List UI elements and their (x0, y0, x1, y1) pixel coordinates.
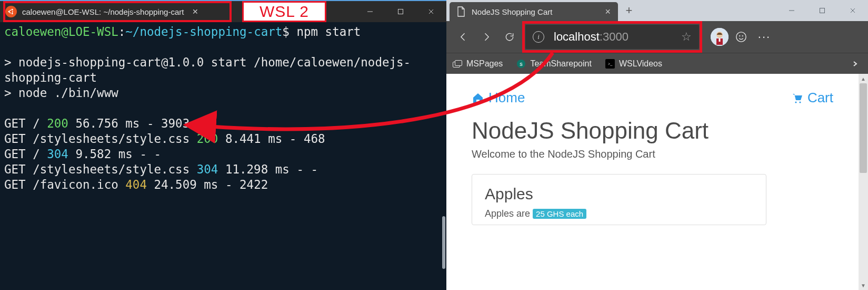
refresh-button[interactable] (498, 25, 521, 49)
log-row: GET /favicon.ico 404 24.509 ms - 2422 (4, 178, 268, 191)
close-button[interactable] (837, 0, 868, 21)
profile-avatar[interactable] (711, 28, 729, 46)
terminal-window-buttons (355, 1, 446, 22)
log-row: GET /stylesheets/style.css 304 11.298 ms… (4, 162, 318, 176)
cart-icon (791, 92, 803, 104)
svg-rect-14 (719, 38, 721, 42)
term-line-pkg: > nodejs-shopping-cart@1.0.0 start /home… (4, 55, 411, 84)
browser-window-buttons (776, 0, 868, 21)
nav-home-label: Home (488, 90, 525, 106)
svg-text:s: s (520, 61, 523, 67)
page-icon (457, 6, 465, 17)
nav-cart-link[interactable]: Cart (791, 90, 833, 106)
prompt-user: caloewen@LOE-WSL (4, 25, 118, 38)
prompt-sep: : (118, 25, 126, 38)
close-button[interactable] (416, 1, 446, 22)
svg-point-23 (799, 101, 801, 103)
terminal-tab[interactable]: caloewen@LOE-WSL: ~/nodejs-shopping-cart… (0, 1, 205, 22)
terminal-titlebar: caloewen@LOE-WSL: ~/nodejs-shopping-cart… (0, 1, 446, 22)
page-title: NodeJS Shopping Cart (472, 118, 833, 144)
bookmarks-overflow-icon[interactable] (848, 57, 862, 71)
log-row: GET / 200 56.756 ms - 3903 (4, 117, 189, 130)
browser-viewport: Home Cart NodeJS Shopping Cart Welcome t… (446, 74, 868, 290)
ubuntu-icon (5, 6, 17, 17)
sharepoint-icon: s (516, 59, 526, 69)
terminal-tab-title: caloewen@LOE-WSL: ~/nodejs-shopping-cart (22, 7, 184, 16)
log-row: GET / 304 9.582 ms - - (4, 147, 161, 161)
page-subtitle: Welcome to the NodeJS Shopping Cart (472, 148, 833, 160)
tab-close-icon[interactable]: × (605, 7, 611, 16)
annotation-wsl-label: WSL 2 (242, 1, 326, 22)
annotation-wsl-text: WSL 2 (260, 3, 309, 21)
favorite-icon[interactable]: ☆ (681, 30, 692, 44)
home-icon (472, 92, 484, 104)
product-desc-text: Apples are (485, 208, 533, 219)
url-bar[interactable]: i localhost:3000 ☆ (525, 25, 699, 49)
browser-tab-title: NodeJS Shopping Cart (472, 7, 601, 16)
browser-window: NodeJS Shopping Cart × + i localhost:300… (446, 0, 868, 290)
bookmark-label: WSLVideos (619, 59, 662, 69)
url-host: localhost (554, 30, 600, 44)
url-port: :3000 (600, 30, 628, 44)
back-button[interactable] (452, 25, 475, 49)
folder-icon (453, 59, 462, 69)
svg-point-22 (795, 101, 796, 103)
site-info-icon[interactable]: i (533, 31, 544, 43)
terminal-window: caloewen@LOE-WSL: ~/nodejs-shopping-cart… (0, 0, 446, 290)
browser-tab[interactable]: NodeJS Shopping Cart × (450, 2, 618, 21)
svg-point-1 (12, 9, 13, 11)
more-menu-icon[interactable]: ··· (754, 26, 775, 47)
svg-rect-8 (820, 8, 825, 13)
product-title: Apples (485, 185, 753, 203)
minimize-button[interactable] (355, 1, 385, 22)
prompt-command: npm start (296, 25, 361, 38)
svg-point-17 (742, 36, 743, 36)
url-bar-wrap: i localhost:3000 ☆ (525, 25, 699, 49)
new-tab-button[interactable]: + (620, 3, 638, 18)
svg-text:>_: >_ (608, 62, 613, 66)
maximize-button[interactable] (385, 1, 416, 22)
nav-home-link[interactable]: Home (472, 90, 525, 106)
minimize-button[interactable] (776, 0, 807, 21)
svg-point-15 (736, 32, 746, 42)
browser-toolbar: i localhost:3000 ☆ ··· (446, 21, 868, 53)
scroll-up-icon[interactable]: ▲ (859, 74, 868, 83)
log-row: GET /stylesheets/style.css 200 8.441 ms … (4, 132, 325, 146)
term-line-node: > node ./bin/www (4, 86, 118, 100)
bookmarks-bar: MSPages s TeamSharepoint >_ WSLVideos (446, 53, 868, 74)
terminal-scrollbar[interactable] (442, 216, 445, 269)
svg-rect-4 (398, 9, 403, 14)
wsl-icon: >_ (605, 59, 615, 69)
bookmark-mspages[interactable]: MSPages (453, 59, 503, 69)
svg-point-2 (12, 13, 13, 14)
scroll-thumb[interactable] (860, 83, 867, 173)
nav-cart-label: Cart (807, 90, 833, 106)
bookmark-label: MSPages (466, 59, 503, 69)
page-scrollbar[interactable]: ▲ ▼ (859, 74, 868, 290)
bookmark-label: TeamSharepoint (530, 59, 592, 69)
terminal-tab-close-icon[interactable]: ✕ (191, 7, 199, 16)
product-card: Apples Apples are 25 GHS each (472, 174, 766, 225)
product-price-badge: 25 GHS each (533, 209, 586, 219)
feedback-icon[interactable] (731, 26, 752, 47)
terminal-body[interactable]: caloewen@LOE-WSL:~/nodejs-shopping-cart$… (0, 22, 446, 290)
scroll-down-icon[interactable]: ▼ (859, 281, 868, 290)
maximize-button[interactable] (807, 0, 837, 21)
product-description: Apples are 25 GHS each (485, 208, 753, 219)
page-content: Home Cart NodeJS Shopping Cart Welcome t… (446, 74, 859, 290)
svg-point-16 (740, 36, 740, 36)
page-nav: Home Cart (472, 90, 833, 106)
prompt-dollar: $ (282, 25, 290, 38)
forward-button[interactable] (475, 25, 498, 49)
browser-tabstrip: NodeJS Shopping Cart × + (446, 0, 868, 21)
bookmark-teamsharepoint[interactable]: s TeamSharepoint (516, 59, 592, 69)
bookmark-wslvideos[interactable]: >_ WSLVideos (605, 59, 662, 69)
prompt-path: ~/nodejs-shopping-cart (125, 25, 282, 38)
